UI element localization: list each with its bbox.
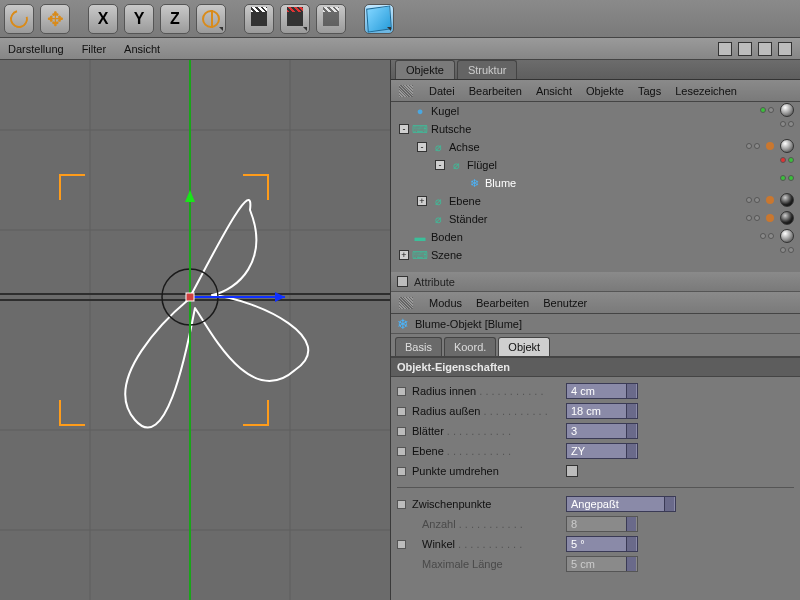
expander-icon[interactable]: - [435, 160, 445, 170]
tree-row-flügel[interactable]: -⌀Flügel [391, 156, 800, 174]
tree-item-label: Kugel [431, 105, 459, 117]
object-tree[interactable]: ●Kugel-⌨Rutsche-⌀Achse-⌀Flügel❄Blume+⌀Eb… [391, 102, 800, 272]
prop-label: Radius innen [412, 385, 562, 397]
tree-row-boden[interactable]: ▬Boden [391, 228, 800, 246]
expander-icon[interactable]: - [399, 124, 409, 134]
visibility-dot[interactable] [754, 215, 760, 221]
menu-datei[interactable]: Datei [429, 85, 455, 97]
menu-modus[interactable]: Modus [429, 297, 462, 309]
material-icon[interactable] [780, 103, 794, 117]
menu-bearbeiten[interactable]: Bearbeiten [469, 85, 522, 97]
tree-row-rutsche[interactable]: -⌨Rutsche [391, 120, 800, 138]
visibility-dot[interactable] [754, 197, 760, 203]
render-picture-button[interactable] [280, 4, 310, 34]
attribute-tabs: Basis Koord. Objekt [391, 334, 800, 357]
menu-lesezeichen[interactable]: Lesezeichen [675, 85, 737, 97]
tab-basis[interactable]: Basis [395, 337, 442, 356]
menu-darstellung[interactable]: Darstellung [8, 43, 64, 55]
tree-item-label: Blume [485, 177, 516, 189]
undo-button[interactable] [4, 4, 34, 34]
material-icon[interactable] [780, 211, 794, 225]
viewport-layout-icon[interactable] [778, 42, 792, 56]
punkte-checkbox[interactable] [566, 465, 578, 477]
material-icon[interactable] [780, 139, 794, 153]
viewport-rotate-icon[interactable] [758, 42, 772, 56]
visibility-dot[interactable] [746, 197, 752, 203]
grip-icon [399, 85, 413, 97]
visibility-dot[interactable] [788, 157, 794, 163]
visibility-dot[interactable] [760, 107, 766, 113]
render-view-button[interactable] [244, 4, 274, 34]
zwischenpunkte-field[interactable]: Angepaßt [566, 496, 676, 512]
visibility-dot[interactable] [780, 175, 786, 181]
render-settings-button[interactable] [316, 4, 346, 34]
viewport[interactable] [0, 60, 390, 600]
menu-ansicht-viewport[interactable]: Ansicht [124, 43, 160, 55]
material-icon[interactable] [780, 229, 794, 243]
blaetter-field[interactable]: 3 [566, 423, 638, 439]
menu-ansicht[interactable]: Ansicht [536, 85, 572, 97]
winkel-field[interactable]: 5 ° [566, 536, 638, 552]
null-icon: ⌀ [449, 158, 463, 172]
tag-icon[interactable] [766, 142, 774, 150]
menu-tags[interactable]: Tags [638, 85, 661, 97]
tree-item-label: Ständer [449, 213, 488, 225]
tab-struktur[interactable]: Struktur [457, 60, 518, 79]
prop-label: Maximale Länge [412, 558, 562, 570]
visibility-dot[interactable] [788, 247, 794, 253]
visibility-dot[interactable] [760, 233, 766, 239]
expander-icon[interactable]: - [417, 142, 427, 152]
axis-y-button[interactable]: Y [124, 4, 154, 34]
tab-koord[interactable]: Koord. [444, 337, 496, 356]
ebene-field[interactable]: ZY [566, 443, 638, 459]
viewport-zoom-icon[interactable] [738, 42, 752, 56]
menu-filter[interactable]: Filter [82, 43, 106, 55]
tree-row-ebene[interactable]: +⌀Ebene [391, 192, 800, 210]
visibility-dot[interactable] [746, 143, 752, 149]
visibility-dot[interactable] [768, 233, 774, 239]
tab-objekte[interactable]: Objekte [395, 60, 455, 79]
visibility-dot[interactable] [746, 215, 752, 221]
anim-dot-icon[interactable] [397, 407, 406, 416]
visibility-dot[interactable] [780, 121, 786, 127]
anim-dot-icon[interactable] [397, 467, 406, 476]
menu-objekte[interactable]: Objekte [586, 85, 624, 97]
anim-dot-icon[interactable] [397, 540, 406, 549]
tree-row-blume[interactable]: ❄Blume [391, 174, 800, 192]
radius-aussen-field[interactable]: 18 cm [566, 403, 638, 419]
attribute-lock-icon[interactable] [397, 276, 408, 287]
expander-icon[interactable]: + [399, 250, 409, 260]
prop-label: Blätter [412, 425, 562, 437]
expander-icon[interactable]: + [417, 196, 427, 206]
coord-system-button[interactable] [196, 4, 226, 34]
axis-z-button[interactable]: Z [160, 4, 190, 34]
main-toolbar: ✥ X Y Z [0, 0, 800, 38]
visibility-dot[interactable] [788, 175, 794, 181]
visibility-dot[interactable] [780, 157, 786, 163]
add-primitive-button[interactable] [364, 4, 394, 34]
visibility-dot[interactable] [780, 247, 786, 253]
clapboard-red-icon [287, 12, 303, 26]
tree-row-ständer[interactable]: ⌀Ständer [391, 210, 800, 228]
viewport-pan-icon[interactable] [718, 42, 732, 56]
visibility-dot[interactable] [754, 143, 760, 149]
tab-objekt[interactable]: Objekt [498, 337, 550, 356]
menu-bearbeiten-attr[interactable]: Bearbeiten [476, 297, 529, 309]
visibility-dot[interactable] [768, 107, 774, 113]
tag-icon[interactable] [766, 214, 774, 222]
radius-innen-field[interactable]: 4 cm [566, 383, 638, 399]
move-button[interactable]: ✥ [40, 4, 70, 34]
anim-dot-icon[interactable] [397, 387, 406, 396]
menu-benutzer[interactable]: Benutzer [543, 297, 587, 309]
tree-row-achse[interactable]: -⌀Achse [391, 138, 800, 156]
axis-x-button[interactable]: X [88, 4, 118, 34]
prop-label: Anzahl [412, 518, 562, 530]
anim-dot-icon[interactable] [397, 427, 406, 436]
visibility-dot[interactable] [788, 121, 794, 127]
anim-dot-icon[interactable] [397, 500, 406, 509]
tag-icon[interactable] [766, 196, 774, 204]
tree-row-kugel[interactable]: ●Kugel [391, 102, 800, 120]
material-icon[interactable] [780, 193, 794, 207]
tree-row-szene[interactable]: +⌨Szene [391, 246, 800, 264]
anim-dot-icon[interactable] [397, 447, 406, 456]
